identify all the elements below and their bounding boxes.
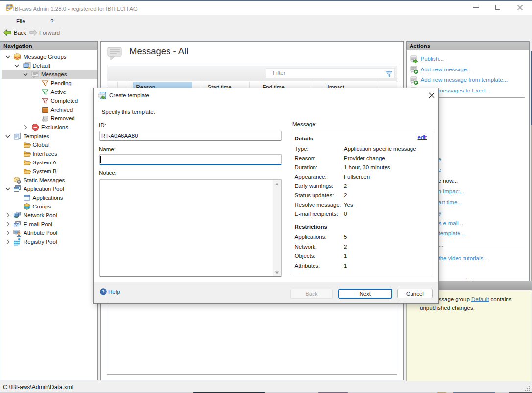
- svg-text:?: ?: [102, 289, 105, 294]
